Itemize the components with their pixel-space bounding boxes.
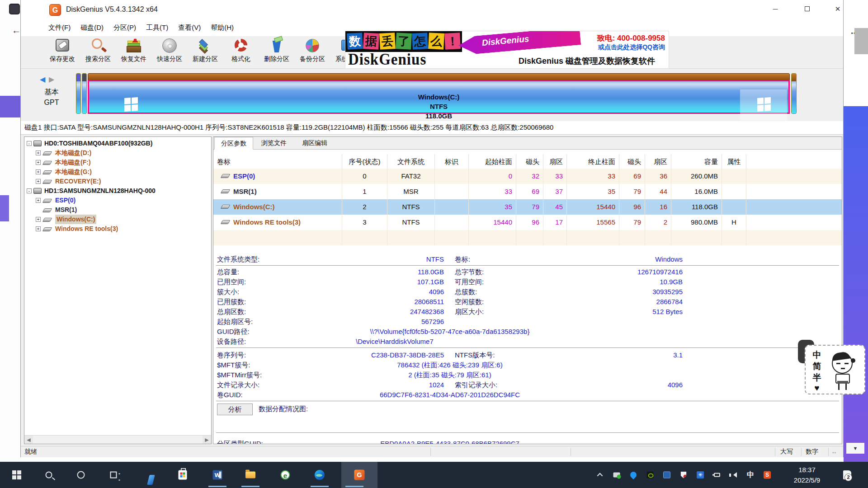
tree-item-esp0[interactable]: +ESP(0) <box>24 196 211 205</box>
close-button[interactable]: ✕ <box>825 0 851 18</box>
table-cell-filler <box>746 184 842 199</box>
tree-expander-icon[interactable]: + <box>36 169 41 174</box>
tray-tray-expand-icon[interactable] <box>593 462 607 488</box>
divider <box>216 401 839 401</box>
ad-banner[interactable]: 数据丢了怎么！ DiskGenius DiskGenius 致电: 400-00… <box>345 31 669 69</box>
toolbar-label: 搜索分区 <box>81 55 115 63</box>
tree-item-g[interactable]: +本地磁盘(G:) <box>24 167 211 177</box>
tree-expander-icon[interactable]: + <box>36 226 41 231</box>
toolbar-search-button[interactable]: 搜索分区 <box>81 37 115 68</box>
menu-item-f[interactable]: 文件(F) <box>43 20 75 35</box>
table-cell <box>435 184 469 199</box>
toolbar-quick-button[interactable]: 快速分区 <box>152 37 187 68</box>
search-icon <box>46 472 52 479</box>
tree-expander-icon[interactable]: - <box>27 188 32 193</box>
field-label: 可用空间: <box>455 277 484 287</box>
tray-power-plug-icon[interactable] <box>710 462 724 488</box>
partition-bar-msr[interactable] <box>82 73 87 114</box>
column-header: 文件系统 <box>387 154 435 169</box>
scroll-left-icon[interactable]: ◀ <box>24 436 33 444</box>
table-row-windowsretools3[interactable]: Windows RE tools(3)3NTFS1544096171556579… <box>213 215 842 230</box>
tree-item-d[interactable]: +本地磁盘(D:) <box>24 148 211 158</box>
collapse-arrow-icon[interactable]: ▼ <box>846 443 864 454</box>
tab-分区参数[interactable]: 分区参数 <box>214 137 253 150</box>
next-disk-arrow-icon[interactable]: ▶ <box>49 75 56 83</box>
tray-printer-icon[interactable] <box>610 462 623 488</box>
desktop-left-strip: ← <box>0 0 20 462</box>
tree-item-hd0toshibamq04abf100932gb[interactable]: -HD0:TOSHIBAMQ04ABF100(932GB) <box>24 139 211 148</box>
tree-item-f[interactable]: +本地磁盘(F:) <box>24 158 211 167</box>
scroll-right-icon[interactable]: ▶ <box>203 436 211 444</box>
minimize-button[interactable]: ─ <box>762 0 788 18</box>
partition-bar-windows-c[interactable]: Windows(C:) NTFS 118.0GB <box>88 73 790 114</box>
resize-grip[interactable]: ▪▪ <box>832 450 839 455</box>
toolbar-delete-button[interactable]: 删除分区 <box>259 37 294 68</box>
table-row-windowsc[interactable]: Windows(C:)2NTFS357945154409616118.0GB <box>213 199 842 215</box>
tree-expander-icon[interactable]: + <box>36 179 41 184</box>
taskbar-edge-button[interactable] <box>307 462 333 488</box>
menu-item-p[interactable]: 分区(P) <box>108 20 141 35</box>
tab-浏览文件[interactable]: 浏览文件 <box>255 137 293 150</box>
tree-item-windowsretools3[interactable]: +Windows RE tools(3) <box>24 224 211 234</box>
taskbar-word-button[interactable]: W <box>204 462 231 488</box>
tray-intel-graphics-icon[interactable] <box>660 462 674 488</box>
tray-drop-app-icon[interactable] <box>627 462 640 488</box>
taskbar-search-button[interactable] <box>36 462 62 488</box>
tree-item-windowsc[interactable]: +Windows(C:) <box>24 215 211 224</box>
tree-horizontal-scrollbar[interactable]: ◀ ▶ <box>24 435 211 444</box>
tree-expander-icon[interactable]: + <box>36 150 41 155</box>
partition-icon <box>221 189 231 193</box>
tree-item-hd1samsungmznln128hahq000[interactable]: -HD1:SAMSUNGMZNLN128HAHQ-000 <box>24 186 211 196</box>
back-arrow-icon[interactable]: ← <box>12 26 20 34</box>
tab-扇区编辑[interactable]: 扇区编辑 <box>296 137 334 150</box>
taskbar-start-button[interactable] <box>4 462 30 488</box>
tree-expander-icon[interactable]: + <box>36 198 41 203</box>
prev-disk-arrow-icon[interactable]: ◀ <box>40 75 47 83</box>
taskbar-diskgenius-button[interactable]: G <box>341 462 377 488</box>
table-row-msr1[interactable]: MSR(1)1MSR33693735794416.0MB <box>213 184 842 199</box>
search-icon <box>90 37 107 54</box>
maximize-button[interactable] <box>794 0 820 18</box>
tray-freeze-app-icon[interactable]: ✳ <box>693 462 707 488</box>
analyze-button[interactable]: 分析 <box>217 404 253 415</box>
taskbar-cortana-button[interactable] <box>68 462 94 488</box>
table-empty-row <box>213 230 842 245</box>
tree-item-recoverye[interactable]: +RECOVERY(E:) <box>24 177 211 186</box>
ad-qq-link[interactable]: 或点击此处选择QQ咨询 <box>598 43 665 52</box>
toolbar-backup-button[interactable]: 备份分区 <box>295 37 330 68</box>
menu-item-h[interactable]: 帮助(H) <box>206 20 239 35</box>
tray-ime-mode-icon[interactable]: 中 <box>744 462 757 488</box>
taskbar-task-view-button[interactable] <box>100 462 127 488</box>
taskbar-file-explorer-button[interactable] <box>237 462 264 488</box>
tree-expander-icon[interactable]: - <box>27 141 32 146</box>
menu-item-t[interactable]: 工具(T) <box>141 20 173 35</box>
tree-expander-icon[interactable]: + <box>36 160 41 165</box>
tree-expander-icon[interactable]: + <box>36 217 41 222</box>
column-header: 容量 <box>671 154 722 169</box>
partition-bar-re-tools[interactable] <box>791 73 797 114</box>
field-value: Windows <box>655 254 683 264</box>
tray-speaker-icon[interactable] <box>727 462 741 488</box>
taskbar-ie-browser-button[interactable]: e <box>272 462 298 488</box>
partition-icon <box>221 174 231 178</box>
taskbar-flash-app-button[interactable] <box>135 462 161 488</box>
tree-item-msr1[interactable]: MSR(1) <box>24 205 211 215</box>
partition-bar-esp[interactable] <box>76 73 81 114</box>
menu-item-v[interactable]: 查看(V) <box>173 20 206 35</box>
toolbar-recover-button[interactable]: 恢复文件 <box>117 37 151 68</box>
ad-brand-text: DiskGenius <box>348 50 426 69</box>
tray-sogou-icon[interactable]: S <box>760 462 774 488</box>
ime-mode-char: 半 <box>812 372 822 384</box>
table-row-esp0[interactable]: ESP(0)0FAT3203233336936260.0MB <box>213 169 842 184</box>
ime-status-panel[interactable]: 中简半♥ <box>805 345 865 394</box>
menu-item-d[interactable]: 磁盘(D) <box>75 20 108 35</box>
tray-security-shield-icon[interactable] <box>677 462 690 488</box>
taskbar-clock[interactable]: 18:37 2022/5/9 <box>787 465 827 485</box>
toolbar-save-button[interactable]: 保存更改 <box>45 37 80 68</box>
notification-center-icon[interactable]: 2 <box>839 468 855 482</box>
task-view-icon <box>110 472 117 479</box>
tray-nvidia-icon[interactable] <box>643 462 657 488</box>
taskbar-store-button[interactable] <box>170 462 196 488</box>
toolbar-format-button[interactable]: 格式化 <box>224 37 258 68</box>
toolbar-new-button[interactable]: 新建分区 <box>188 37 222 68</box>
